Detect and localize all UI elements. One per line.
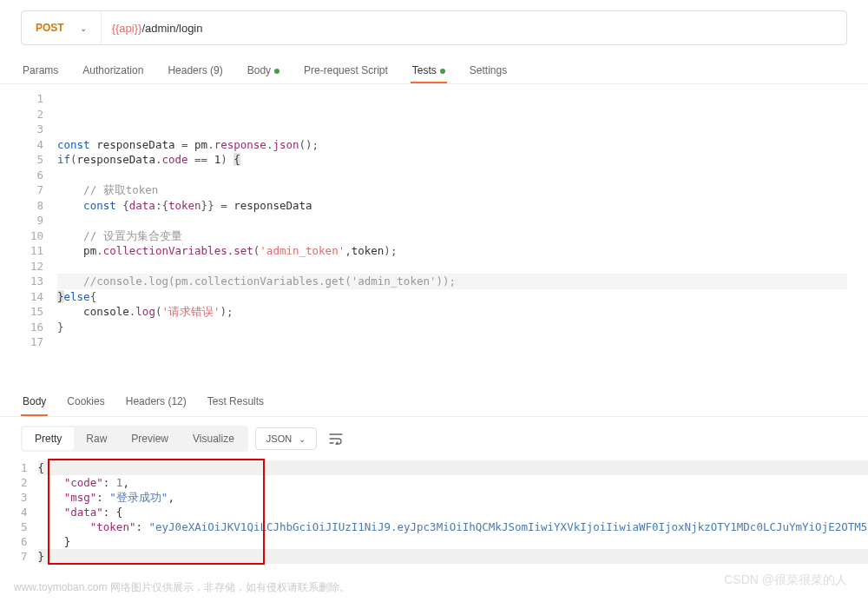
response-body-viewer[interactable]: 1234567 { "code": 1, "msg": "登录成功", "dat… [0,460,868,564]
modified-dot-icon [440,69,445,74]
editor-code-area[interactable]: const responseData = pm.response.json();… [57,91,847,388]
tab-body[interactable]: Body [246,59,281,83]
code-line[interactable]: //console.log(pm.collectionVariables.get… [57,274,847,289]
url-path: /admin/login [141,22,202,35]
code-line[interactable]: const responseData = pm.response.json(); [57,137,847,153]
tab-params[interactable]: Params [21,59,60,83]
code-line[interactable]: } [57,320,847,335]
view-mode-preview[interactable]: Preview [119,427,181,450]
tab-authorization[interactable]: Authorization [81,59,145,83]
response-tab-headers-[interactable]: Headers (12) [124,388,188,416]
response-gutter: 1234567 [21,460,38,564]
code-line[interactable] [57,91,847,107]
tab-tests[interactable]: Tests [411,59,447,83]
http-method-label: POST [36,22,64,34]
format-selector[interactable]: JSON ⌄ [255,427,317,450]
code-line[interactable]: const {data:{token}} = responseData [57,198,847,214]
tab-headers-[interactable]: Headers (9) [166,59,224,83]
watermark-bottom-left: www.toymoban.com 网络图片仅供展示，非存储，如有侵权请联系删除。 [14,580,350,595]
code-line[interactable] [57,259,847,275]
response-tab-test-results[interactable]: Test Results [206,388,266,416]
code-line[interactable] [57,334,847,350]
url-variable: {{api}} [112,22,142,35]
response-line[interactable]: } [38,549,868,564]
tests-script-editor[interactable]: 1234567891011121314151617 const response… [0,84,868,388]
response-line[interactable]: { [38,460,868,475]
code-line[interactable]: pm.collectionVariables.set('admin_token'… [57,243,847,259]
http-method-selector[interactable]: POST ⌄ [22,11,102,44]
code-line[interactable] [57,107,847,122]
code-line[interactable]: }else{ [57,289,847,305]
code-line[interactable]: if(responseData.code == 1) { [57,152,847,168]
response-line[interactable]: "code": 1, [38,475,868,490]
response-tab-cookies[interactable]: Cookies [65,388,106,416]
code-line[interactable] [57,168,847,183]
editor-gutter: 1234567891011121314151617 [21,91,57,388]
response-view-controls: PrettyRawPreviewVisualize JSON ⌄ [0,417,868,460]
response-line[interactable]: } [38,534,868,549]
tab-pre-request-script[interactable]: Pre-request Script [302,59,390,83]
view-mode-raw[interactable]: Raw [74,427,119,450]
watermark-bottom-right: CSDN @很菜很菜的人 [724,572,847,588]
response-tab-body[interactable]: Body [21,388,48,416]
chevron-down-icon: ⌄ [299,434,306,444]
code-line[interactable] [57,213,847,228]
chevron-down-icon: ⌄ [80,23,87,33]
response-tab-bar: BodyCookiesHeaders (12)Test Results [0,388,868,417]
url-bar: POST ⌄ {{api}}/admin/login [21,10,847,45]
response-code-area[interactable]: { "code": 1, "msg": "登录成功", "data": { "t… [38,460,868,564]
view-mode-visualize[interactable]: Visualize [181,427,247,450]
view-mode-pretty[interactable]: Pretty [23,427,74,450]
modified-dot-icon [274,69,279,74]
tab-settings[interactable]: Settings [468,59,509,83]
request-tab-bar: ParamsAuthorizationHeaders (9)BodyPre-re… [0,59,868,84]
response-line[interactable]: "token": "eyJ0eXAiOiJKV1QiLCJhbGciOiJIUz… [38,519,868,534]
code-line[interactable]: // 设置为集合变量 [57,228,847,244]
code-line[interactable]: // 获取token [57,182,847,198]
view-mode-group: PrettyRawPreviewVisualize [21,426,248,452]
url-input[interactable]: {{api}}/admin/login [102,11,846,44]
code-line[interactable] [57,122,847,137]
wrap-icon [329,433,343,445]
code-line[interactable]: console.log('请求错误'); [57,304,847,320]
format-label: JSON [266,433,292,444]
response-line[interactable]: "msg": "登录成功", [38,490,868,505]
wrap-line-button[interactable] [324,427,348,451]
response-line[interactable]: "data": { [38,505,868,519]
